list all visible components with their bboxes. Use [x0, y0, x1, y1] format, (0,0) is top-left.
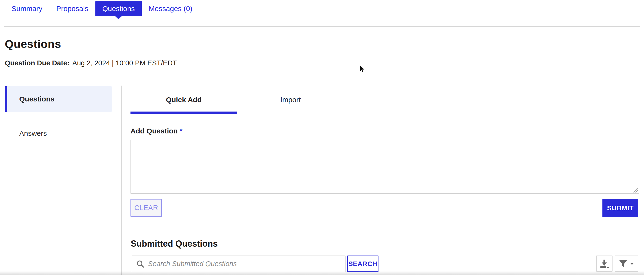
tab-proposals[interactable]: Proposals	[49, 1, 95, 16]
submit-button[interactable]: SUBMIT	[602, 199, 638, 217]
download-button[interactable]	[596, 256, 612, 272]
sidebar-item-answers[interactable]: Answers	[5, 120, 112, 147]
chevron-down-icon	[629, 261, 635, 266]
tab-import[interactable]: Import	[237, 92, 344, 108]
due-date-value: Aug 2, 2024 | 10:00 PM EST/EDT	[72, 59, 177, 67]
tab-messages[interactable]: Messages (0)	[142, 1, 200, 16]
sidebar-item-label: Questions	[19, 95, 54, 103]
clear-button[interactable]: CLEAR	[130, 199, 162, 217]
search-input[interactable]	[132, 256, 346, 272]
tab-summary[interactable]: Summary	[4, 1, 49, 16]
header-divider	[4, 26, 640, 27]
download-icon	[599, 259, 610, 269]
tab-questions[interactable]: Questions	[96, 1, 142, 16]
mouse-cursor-icon	[359, 64, 367, 74]
sidebar-divider	[121, 86, 122, 275]
page-title: Questions	[5, 37, 61, 50]
add-question-label: Add Question*	[130, 127, 182, 135]
sidebar-item-questions[interactable]: Questions	[5, 86, 112, 112]
active-tab-underline	[130, 112, 237, 114]
add-question-label-text: Add Question	[130, 127, 178, 135]
filter-icon	[618, 259, 628, 268]
content-tabs: Quick Add Import	[130, 92, 344, 108]
tab-quick-add[interactable]: Quick Add	[130, 92, 237, 108]
search-button[interactable]: SEARCH	[347, 256, 378, 272]
due-date-label: Question Due Date:	[5, 59, 70, 67]
record-nav: Summary Proposals Questions Messages (0)	[4, 1, 200, 16]
filter-button[interactable]	[615, 256, 638, 272]
active-tab-caret-icon	[115, 16, 122, 19]
add-question-textarea[interactable]	[130, 140, 639, 194]
required-asterisk: *	[180, 127, 183, 135]
question-due-date: Question Due Date:Aug 2, 2024 | 10:00 PM…	[5, 59, 177, 67]
tab-questions-label: Questions	[102, 4, 135, 13]
submitted-questions-search	[132, 256, 346, 272]
submitted-questions-heading: Submitted Questions	[131, 239, 218, 249]
sidebar-item-label: Answers	[19, 129, 47, 138]
section-sidebar: Questions Answers	[5, 86, 112, 147]
active-item-bar	[5, 86, 7, 112]
